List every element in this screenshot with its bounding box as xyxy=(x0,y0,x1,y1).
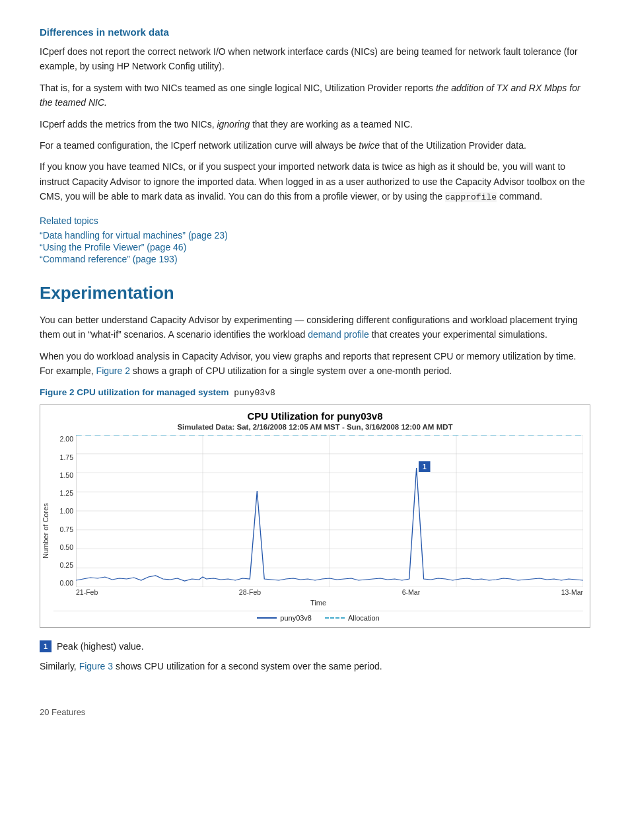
related-link-2[interactable]: “Using the Profile Viewer” (page 46) xyxy=(40,242,590,252)
figure-caption: Figure 2 CPU utilization for managed sys… xyxy=(40,387,590,398)
chart-inner: 0.00 0.25 0.50 0.75 1.00 1.25 1.50 1.75 … xyxy=(53,435,583,627)
callout-note: 1 Peak (highest) value. xyxy=(40,640,590,654)
para-3-italic: ignoring xyxy=(217,119,250,130)
para-5: If you know you have teamed NICs, or if … xyxy=(40,159,590,205)
y-tick-7: 1.75 xyxy=(53,453,73,461)
figure3-link[interactable]: Figure 3 xyxy=(79,661,113,671)
y-tick-1: 0.25 xyxy=(53,561,73,569)
x-tick-21feb: 21-Feb xyxy=(76,588,98,596)
exp-para-2-suffix: shows a graph of CPU utilization for a s… xyxy=(130,365,452,376)
legend-item-solid: puny03v8 xyxy=(257,614,312,622)
chart-svg-area: 1 xyxy=(76,435,583,587)
para-4-suffix: that of the Utilization Provider data. xyxy=(380,140,526,151)
chart-svg: 1 xyxy=(76,435,583,587)
chart-grid-wrapper: 0.00 0.25 0.50 0.75 1.00 1.25 1.50 1.75 … xyxy=(53,435,583,587)
differences-section: Differences in network data ICperf does … xyxy=(40,26,590,264)
y-tick-4: 1.00 xyxy=(53,507,73,515)
svg-text:1: 1 xyxy=(423,464,427,471)
experimentation-heading: Experimentation xyxy=(40,283,590,303)
x-ticks-row: 21-Feb 28-Feb 6-Mar 13-Mar xyxy=(53,587,583,597)
chart-subtitle: Simulated Data: Sat, 2/16/2008 12:05 AM … xyxy=(40,423,590,431)
chart-title-box: CPU Utilization for puny03v8 Simulated D… xyxy=(40,405,590,432)
exp-para-1: You can better understand Capacity Advis… xyxy=(40,313,590,342)
cpu-utilization-chart: CPU Utilization for puny03v8 Simulated D… xyxy=(40,404,590,628)
para-3-prefix: ICperf adds the metrics from the two NIC… xyxy=(40,119,217,130)
page-footer: 20 Features xyxy=(40,707,590,717)
y-tick-5: 1.25 xyxy=(53,489,73,497)
figure2-link[interactable]: Figure 2 xyxy=(96,365,130,376)
para-2: That is, for a system with two NICs team… xyxy=(40,81,590,110)
para-4: For a teamed configuration, the ICperf n… xyxy=(40,138,590,153)
exp-para-2: When you do workload analysis in Capacit… xyxy=(40,349,590,379)
legend-dashed-line xyxy=(325,617,345,619)
y-ticks: 0.00 0.25 0.50 0.75 1.00 1.25 1.50 1.75 … xyxy=(53,435,73,587)
x-tick-6mar: 6-Mar xyxy=(402,588,420,596)
x-axis-label: Time xyxy=(53,597,583,609)
figure-caption-label: Figure 2 CPU utilization for managed sys… xyxy=(40,387,229,397)
capprofile-code: capprofile xyxy=(445,192,497,202)
para-3-suffix: that they are working as a teamed NIC. xyxy=(250,119,413,130)
related-topics-label: Related topics xyxy=(40,215,590,226)
para-4-prefix: For a teamed configuration, the ICperf n… xyxy=(40,140,359,151)
callout-badge: 1 xyxy=(40,640,52,652)
y-tick-2: 0.50 xyxy=(53,543,73,551)
experimentation-section: Experimentation You can better understan… xyxy=(40,283,590,674)
y-axis-label: Number of Cores xyxy=(40,435,53,627)
x-tick-28feb: 28-Feb xyxy=(239,588,261,596)
demand-profile-link[interactable]: demand profile xyxy=(308,329,369,340)
exp-para-3-prefix: Similarly, xyxy=(40,661,79,671)
y-tick-8: 2.00 xyxy=(53,435,73,443)
chart-title: CPU Utilization for puny03v8 xyxy=(40,410,590,422)
para-1: ICperf does not report the correct netwo… xyxy=(40,44,590,74)
related-link-1[interactable]: “Data handling for virtual machines” (pa… xyxy=(40,230,590,241)
legend-dashed-label: Allocation xyxy=(348,614,380,622)
related-link-3[interactable]: “Command reference” (page 193) xyxy=(40,254,590,264)
exp-para-3: Similarly, Figure 3 shows CPU utilizatio… xyxy=(40,659,590,673)
legend-item-dashed: Allocation xyxy=(325,614,380,622)
para-3: ICperf adds the metrics from the two NIC… xyxy=(40,117,590,132)
para-4-italic: twice xyxy=(359,140,380,151)
x-tick-13mar: 13-Mar xyxy=(561,588,583,596)
y-tick-3: 0.75 xyxy=(53,525,73,533)
exp-para-1-suffix: that creates your experimental simulatio… xyxy=(369,329,547,340)
chart-area: Number of Cores 0.00 0.25 0.50 0.75 1.00… xyxy=(40,432,590,627)
figure-caption-mono: puny03v8 xyxy=(229,388,275,398)
y-tick-6: 1.50 xyxy=(53,471,73,479)
exp-para-3-suffix: shows CPU utilization for a second syste… xyxy=(113,661,382,671)
para-2-prefix: That is, for a system with two NICs team… xyxy=(40,83,436,93)
differences-heading: Differences in network data xyxy=(40,26,590,38)
y-tick-0: 0.00 xyxy=(53,579,73,587)
callout-text: Peak (highest) value. xyxy=(57,640,144,654)
legend-solid-line xyxy=(257,617,277,619)
legend-solid-label: puny03v8 xyxy=(280,614,312,622)
chart-legend: puny03v8 Allocation xyxy=(53,611,583,627)
